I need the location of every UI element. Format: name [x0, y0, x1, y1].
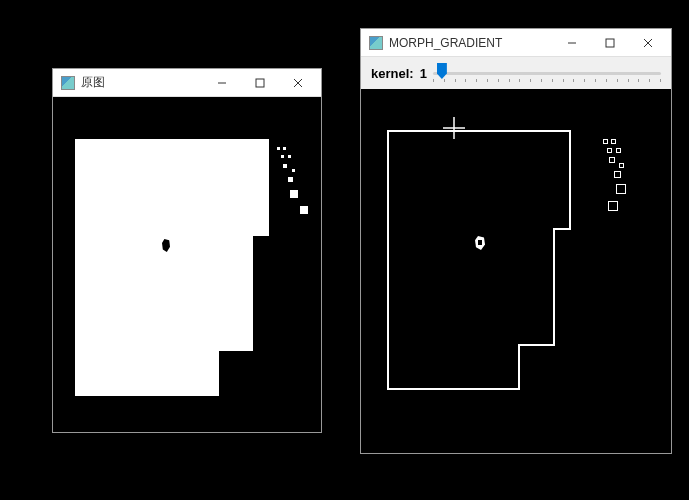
result-canvas — [361, 89, 671, 453]
gradient-result-window: MORPH_GRADIENT kernel: 1 — [360, 28, 672, 454]
dot — [300, 206, 308, 214]
dot — [283, 164, 287, 168]
window-controls — [553, 30, 667, 56]
box — [603, 139, 608, 144]
kernel-toolbar: kernel: 1 — [361, 57, 671, 89]
box — [616, 184, 626, 194]
box — [616, 148, 621, 153]
main-region-part2 — [75, 235, 253, 351]
kernel-slider[interactable] — [433, 61, 661, 85]
window-controls — [203, 70, 317, 96]
minimize-button[interactable] — [553, 30, 591, 56]
window-title: 原图 — [81, 74, 203, 91]
main-region-part3 — [75, 350, 219, 396]
image-canvas — [53, 97, 321, 432]
minimize-icon — [567, 38, 577, 48]
slider-thumb[interactable] — [437, 63, 447, 79]
dot — [288, 177, 293, 182]
minimize-button[interactable] — [203, 70, 241, 96]
box — [619, 163, 624, 168]
dot — [277, 147, 280, 150]
svg-rect-1 — [256, 79, 264, 87]
slider-track — [433, 72, 661, 75]
svg-rect-5 — [606, 39, 614, 47]
dot — [281, 155, 284, 158]
opencv-icon — [61, 76, 75, 90]
box — [611, 139, 616, 144]
box — [614, 171, 621, 178]
close-icon — [293, 78, 303, 88]
kernel-label: kernel: — [371, 66, 414, 81]
gradient-outline — [361, 89, 671, 453]
titlebar[interactable]: 原图 — [53, 69, 321, 97]
inner-mark-hole — [478, 240, 482, 245]
original-image-window: 原图 — [52, 68, 322, 433]
kernel-value: 1 — [420, 66, 427, 81]
close-button[interactable] — [279, 70, 317, 96]
dot — [290, 190, 298, 198]
maximize-icon — [605, 38, 615, 48]
opencv-icon — [369, 36, 383, 50]
box — [608, 201, 618, 211]
dot — [292, 169, 295, 172]
maximize-button[interactable] — [591, 30, 629, 56]
minimize-icon — [217, 78, 227, 88]
close-button[interactable] — [629, 30, 667, 56]
dot — [288, 155, 291, 158]
slider-ticks — [433, 79, 661, 83]
titlebar[interactable]: MORPH_GRADIENT — [361, 29, 671, 57]
close-icon — [643, 38, 653, 48]
maximize-icon — [255, 78, 265, 88]
box — [607, 148, 612, 153]
maximize-button[interactable] — [241, 70, 279, 96]
window-title: MORPH_GRADIENT — [389, 36, 553, 50]
main-region — [75, 139, 269, 236]
box — [609, 157, 615, 163]
dot — [283, 147, 286, 150]
